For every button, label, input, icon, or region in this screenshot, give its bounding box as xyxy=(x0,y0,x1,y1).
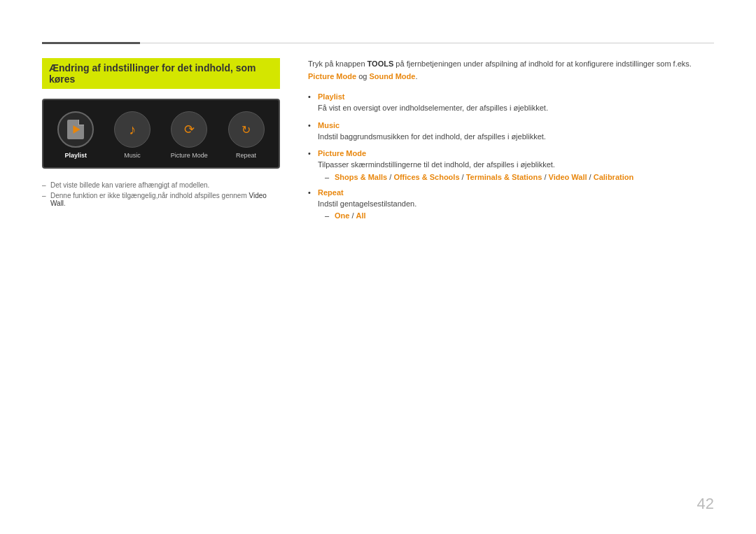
player-icons: Playlist ♪ Music ⟳ Picture M xyxy=(52,111,270,159)
left-column: Ændring af indstillinger for det indhold… xyxy=(42,58,280,210)
content-area: Ændring af indstillinger for det indhold… xyxy=(42,58,714,227)
repeat-label: Repeat xyxy=(236,152,256,159)
playlist-label: Playlist xyxy=(65,152,88,159)
top-line-dark xyxy=(42,42,140,44)
option-all: All xyxy=(356,211,366,220)
option-offices-schools: Offices & Schools xyxy=(393,173,459,181)
picture-mode-icon: ⟳ xyxy=(184,122,195,137)
feature-item-playlist: Playlist Få vist en oversigt over indhol… xyxy=(308,92,714,114)
feature-title-playlist: Playlist xyxy=(318,92,714,101)
intro-mid: på fjernbetjeningen under afspilning af … xyxy=(393,59,692,68)
player-item-repeat: ↻ Repeat xyxy=(228,111,265,159)
music-icon: ♪ xyxy=(129,122,136,138)
intro-sound-mode: Sound Mode xyxy=(369,72,415,80)
repeat-icon-circle: ↻ xyxy=(228,111,265,148)
note-item-2: Denne funktion er ikke tilgængelig,når i… xyxy=(42,192,280,207)
feature-item-music: Music Indstil baggrundsmusikken for det … xyxy=(308,121,714,143)
playlist-icon-circle xyxy=(57,111,94,148)
intro-tools: TOOLS xyxy=(368,59,394,68)
feature-desc-playlist: Få vist en oversigt over indholdselement… xyxy=(318,102,714,114)
music-label: Music xyxy=(124,152,141,159)
option-video-wall: Video Wall xyxy=(549,173,587,181)
player-box: Playlist ♪ Music ⟳ Picture M xyxy=(42,99,280,169)
feature-item-picture-mode: Picture Mode Tilpasser skærmindstillinge… xyxy=(308,149,714,181)
intro-text-start: Tryk på knappen xyxy=(308,59,368,68)
right-column: Tryk på knappen TOOLS på fjernbetjeninge… xyxy=(308,58,714,227)
player-item-playlist: Playlist xyxy=(57,111,94,159)
feature-desc-music: Indstil baggrundsmusikken for det indhol… xyxy=(318,131,714,143)
player-item-music: ♪ Music xyxy=(114,111,150,159)
section-title: Ændring af indstillinger for det indhold… xyxy=(42,58,280,89)
option-shops-malls: Shops & Malls xyxy=(335,173,387,181)
note-item-1: Det viste billede kan variere afhængigt … xyxy=(42,181,280,189)
page-number: 42 xyxy=(697,495,714,513)
note-list: Det viste billede kan variere afhængigt … xyxy=(42,181,280,207)
picture-mode-sub-list: Shops & Malls / Offices & Schools / Term… xyxy=(318,173,714,181)
feature-item-repeat: Repeat Indstil gentagelsestilstanden. On… xyxy=(308,188,714,220)
top-line-light xyxy=(140,43,714,43)
repeat-icon: ↻ xyxy=(241,123,251,136)
feature-title-repeat: Repeat xyxy=(318,188,714,197)
option-calibration: Calibration xyxy=(594,173,634,181)
file-play-icon xyxy=(67,120,84,139)
feature-title-picture-mode: Picture Mode xyxy=(318,149,714,157)
feature-title-music: Music xyxy=(318,121,714,129)
picture-mode-icon-circle: ⟳ xyxy=(171,111,207,148)
intro-paragraph: Tryk på knappen TOOLS på fjernbetjeninge… xyxy=(308,58,714,83)
page-container: Ændring af indstillinger for det indhold… xyxy=(0,0,756,534)
feature-desc-picture-mode: Tilpasser skærmindstillingerne til det i… xyxy=(318,159,714,171)
option-one: One xyxy=(335,211,349,220)
feature-list: Playlist Få vist en oversigt over indhol… xyxy=(308,92,714,220)
feature-desc-repeat: Indstil gentagelsestilstanden. xyxy=(318,198,714,210)
note-text-2: Denne funktion er ikke tilgængelig,når i… xyxy=(50,192,249,199)
music-icon-circle: ♪ xyxy=(114,111,150,148)
note-text-2-end: . xyxy=(64,199,66,207)
intro-picture-mode: Picture Mode xyxy=(308,72,356,80)
repeat-sub-list: One / All xyxy=(318,211,714,220)
picture-mode-label: Picture Mode xyxy=(171,152,208,159)
top-lines xyxy=(42,42,714,44)
intro-end: . xyxy=(415,72,417,80)
note-text-1: Det viste billede kan variere afhængigt … xyxy=(50,181,209,189)
picture-mode-options: Shops & Malls / Offices & Schools / Term… xyxy=(325,173,714,181)
player-item-picture-mode: ⟳ Picture Mode xyxy=(171,111,208,159)
repeat-options: One / All xyxy=(325,211,714,220)
intro-og: og xyxy=(356,72,369,80)
option-terminals-stations: Terminals & Stations xyxy=(466,173,542,181)
